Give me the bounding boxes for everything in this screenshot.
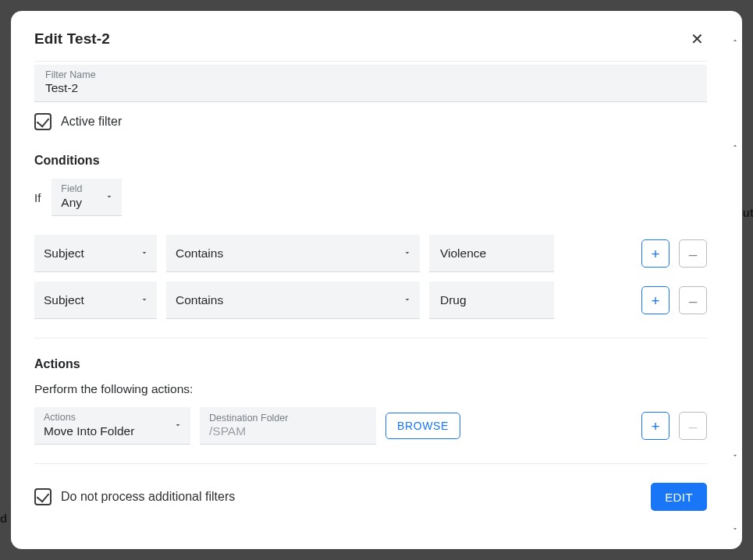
if-label: If [34,191,41,204]
condition-field-select[interactable]: Subject [34,235,157,272]
condition-op-value: Contains [176,246,393,261]
divider [34,61,707,62]
chevron-down-icon [140,246,149,261]
chevron-down-icon [403,293,412,307]
condition-op-select[interactable]: Contains [166,235,420,272]
perform-label: Perform the following actions: [34,382,707,396]
condition-value-input[interactable] [429,282,554,319]
filter-name-field[interactable]: Filter Name [34,65,707,102]
condition-field-value: Subject [44,293,130,307]
dialog-scrollbar[interactable] [730,19,741,541]
match-mode-value: Any [61,195,95,210]
chevron-down-icon [140,293,149,307]
condition-op-value: Contains [176,293,393,307]
active-filter-label: Active filter [61,115,122,129]
add-action-button[interactable]: + [641,412,670,440]
action-type-value: Move Into Folder [44,424,164,438]
filter-name-label: Filter Name [45,69,696,80]
dialog-title: Edit Test-2 [34,30,110,48]
condition-op-select[interactable]: Contains [166,282,420,319]
destination-folder-field[interactable]: Destination Folder [200,407,376,445]
action-row: Actions Move Into Folder Destination Fol… [34,407,707,445]
remove-condition-button[interactable]: – [679,239,707,268]
stop-processing-checkbox[interactable] [34,488,52,505]
conditions-title: Conditions [34,154,707,168]
close-icon[interactable]: ✕ [687,28,707,50]
remove-condition-button[interactable]: – [679,286,707,314]
actions-title: Actions [34,357,707,371]
condition-row: Subject Contains + – [34,235,707,272]
filter-name-input[interactable] [45,81,696,95]
add-condition-button[interactable]: + [641,286,670,314]
stop-processing-label: Do not process additional filters [61,490,235,504]
remove-action-button: – [679,412,707,440]
divider [34,338,707,338]
condition-field-select[interactable]: Subject [34,282,157,319]
condition-value-input[interactable] [429,235,554,272]
active-filter-checkbox[interactable] [34,113,52,130]
divider [34,463,707,464]
action-type-label: Actions [44,412,164,424]
chevron-down-icon [403,246,412,261]
dialog-scroll-area: Edit Test-2 ✕ Filter Name Active filter … [11,11,730,549]
chevron-down-icon [105,190,114,204]
scroll-up-icon[interactable] [730,34,741,47]
match-mode-field-label: Field [61,183,95,195]
condition-row: Subject Contains + – [34,282,707,319]
chevron-down-icon [173,419,183,433]
add-condition-button[interactable]: + [641,239,670,268]
edit-button[interactable]: EDIT [651,483,707,511]
scroll-up-icon[interactable] [730,140,741,152]
browse-button[interactable]: BROWSE [385,413,460,439]
destination-folder-input[interactable] [209,424,367,438]
action-type-select[interactable]: Actions Move Into Folder [34,407,190,445]
destination-folder-label: Destination Folder [209,413,367,424]
match-mode-select[interactable]: Field Any [52,179,122,216]
condition-field-value: Subject [44,246,130,261]
scroll-down-icon[interactable] [730,523,741,535]
scroll-down-icon[interactable] [730,449,741,462]
edit-filter-dialog: Edit Test-2 ✕ Filter Name Active filter … [11,11,742,549]
